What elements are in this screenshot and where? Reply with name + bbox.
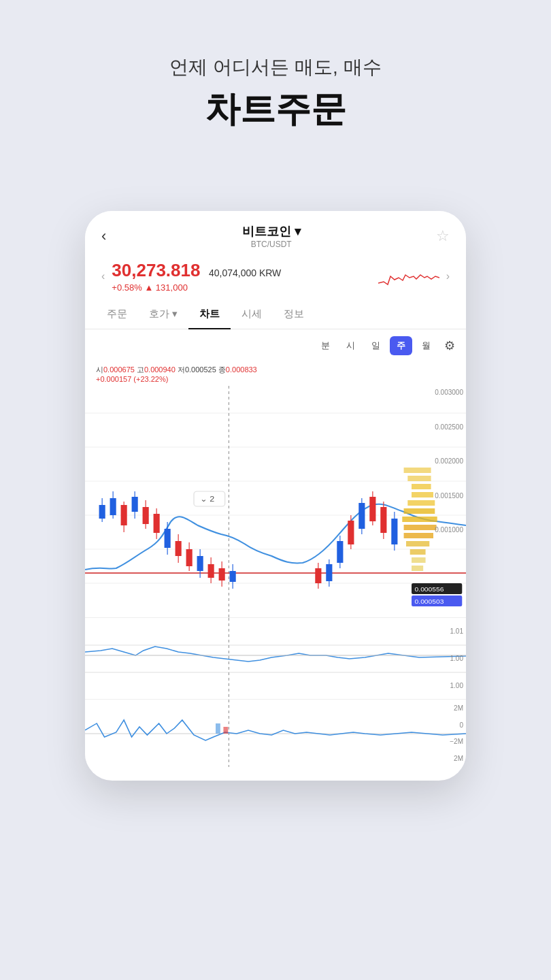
svg-rect-38 [186, 549, 193, 566]
svg-rect-26 [121, 505, 127, 525]
secondary-chart-svg [85, 618, 466, 700]
y-axis: 0.003000 0.002500 0.002000 0.001500 0.00… [422, 386, 466, 617]
svg-text:⌄ 2: ⌄ 2 [200, 495, 214, 504]
svg-rect-32 [154, 514, 160, 533]
third-level-2: 0 [419, 721, 463, 729]
chart-high-label: 고 [137, 365, 144, 374]
secondary-chart: 1.01 1.00 1.00 [85, 617, 466, 699]
y-level-5: 0.001000 [424, 526, 463, 534]
svg-rect-58 [369, 497, 375, 521]
chart-low-label: 저 [178, 365, 185, 374]
secondary-y-axis: 1.01 1.00 1.00 [419, 618, 463, 699]
y-level-2: 0.002500 [424, 423, 463, 431]
svg-rect-30 [143, 507, 149, 524]
chart-high-val: 0.000940 [144, 365, 176, 374]
back-button[interactable]: ‹ [101, 227, 106, 245]
hero-subtitle: 언제 어디서든 매도, 매수 [0, 54, 551, 80]
third-level-3: −2M [419, 738, 463, 745]
time-day-button[interactable]: 일 [365, 336, 387, 355]
favorite-button[interactable]: ☆ [436, 227, 450, 245]
y-level-3: 0.002000 [424, 457, 463, 465]
price-nav-right[interactable]: › [446, 270, 450, 282]
secondary-level-3: 1.00 [419, 682, 463, 689]
secondary-level-1: 1.01 [419, 627, 463, 635]
chart-close-label: 종 [218, 365, 226, 374]
chart-change-val: +0.000157 (+23.22%) [96, 375, 168, 383]
chart-open-val: 0.000675 [103, 365, 135, 374]
price-row: ‹ 30,273.818 40,074,000 KRW +0.58% ▲ 131… [85, 256, 466, 299]
chart-close-val: 0.000833 [226, 365, 257, 374]
mini-chart [378, 263, 439, 290]
svg-rect-42 [208, 564, 214, 578]
svg-rect-48 [315, 568, 321, 583]
price-info: 30,273.818 40,074,000 KRW +0.58% ▲ 131,0… [112, 260, 371, 293]
svg-rect-56 [358, 503, 365, 529]
price-nav-left[interactable]: ‹ [101, 270, 105, 282]
tab-info[interactable]: 정보 [273, 299, 315, 329]
coin-name: 비트코인 ▾ [242, 223, 301, 240]
svg-rect-40 [197, 556, 203, 571]
chart-settings-icon[interactable]: ⚙ [444, 338, 455, 353]
tab-row: 주문 호가 ▾ 차트 시세 정보 [85, 299, 466, 329]
svg-rect-50 [326, 564, 332, 581]
third-chart-svg [85, 700, 466, 767]
third-y-axis: 2M 0 −2M 2M [419, 700, 463, 767]
tab-orderbook[interactable]: 호가 ▾ [138, 299, 188, 329]
price-krw: 40,074,000 KRW [209, 267, 281, 278]
hero-title: 차트주문 [0, 86, 551, 133]
svg-rect-75 [216, 723, 220, 734]
price-value: 30,273.818 [112, 260, 200, 280]
phone-header: ‹ 비트코인 ▾ BTC/USDT ☆ [85, 211, 466, 256]
chart-area: 시0.000675 고0.000940 저0.000525 종0.000833 … [85, 362, 466, 767]
svg-rect-54 [348, 521, 354, 544]
time-hour-button[interactable]: 시 [339, 336, 362, 355]
y-level-4: 0.001500 [424, 492, 463, 500]
time-min-button[interactable]: 분 [314, 336, 337, 355]
chart-open-label: 시 [96, 365, 103, 374]
svg-rect-34 [165, 529, 171, 548]
svg-rect-22 [99, 505, 105, 519]
svg-rect-52 [337, 541, 343, 563]
tab-price[interactable]: 시세 [231, 299, 273, 329]
time-month-button[interactable]: 월 [415, 336, 437, 355]
phone-mockup: ‹ 비트코인 ▾ BTC/USDT ☆ ‹ 30,273.818 40,074,… [85, 211, 466, 781]
candlestick-chart: ⌄ 2 0.000556 0.000503 [85, 386, 466, 617]
time-week-button[interactable]: 주 [390, 336, 412, 355]
secondary-level-2: 1.00 [419, 655, 463, 662]
price-change: +0.58% ▲ 131,000 [112, 282, 371, 293]
svg-rect-60 [380, 507, 386, 533]
hero-section: 언제 어디서든 매도, 매수 차트주문 [0, 0, 551, 133]
svg-rect-44 [219, 568, 225, 581]
svg-rect-46 [230, 571, 236, 582]
svg-rect-28 [132, 497, 138, 512]
svg-rect-24 [110, 498, 116, 515]
y-level-1: 0.003000 [424, 389, 463, 396]
chart-toolbar: 분 시 일 주 월 ⚙ [85, 329, 466, 362]
third-chart: 2M 0 −2M 2M [85, 699, 466, 767]
svg-rect-62 [391, 519, 397, 544]
svg-rect-76 [223, 727, 228, 734]
svg-rect-36 [176, 541, 182, 556]
coin-pair: BTC/USDT [242, 240, 301, 249]
chart-info-bar: 시0.000675 고0.000940 저0.000525 종0.000833 … [85, 362, 466, 386]
chart-main[interactable]: ⌄ 2 0.000556 0.000503 0.003000 0.002500 … [85, 386, 466, 617]
tab-order[interactable]: 주문 [96, 299, 138, 329]
chart-low-val: 0.000525 [185, 365, 216, 374]
tab-chart[interactable]: 차트 [188, 299, 231, 329]
coin-title: 비트코인 ▾ BTC/USDT [242, 223, 301, 249]
third-level-1: 2M [419, 704, 463, 712]
price-main-row: 30,273.818 40,074,000 KRW [112, 260, 371, 281]
third-level-4: 2M [419, 755, 463, 762]
